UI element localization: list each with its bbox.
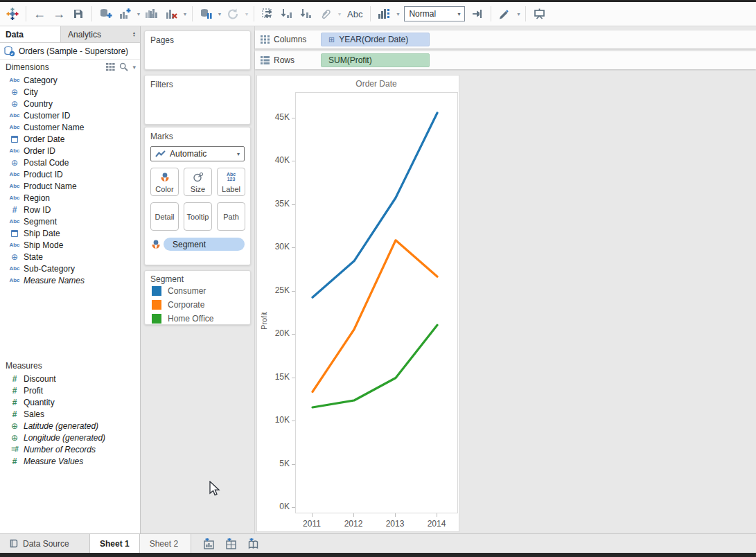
field-row[interactable]: =#Number of Records — [0, 443, 140, 455]
field-row[interactable]: AbcProduct Name — [0, 180, 140, 192]
view-data-grid-icon[interactable] — [106, 63, 115, 71]
color-button[interactable]: Color — [150, 168, 179, 196]
swap-rows-columns-icon[interactable] — [258, 4, 277, 24]
field-row[interactable]: ⊕Latitude (generated) — [0, 420, 140, 432]
segment-mark-pill[interactable]: Segment — [164, 238, 245, 251]
clear-sheet-icon[interactable] — [161, 4, 181, 24]
marks-label: Marks — [150, 132, 245, 141]
dropdown-caret[interactable]: ▼ — [336, 12, 343, 17]
field-row[interactable]: AbcCustomer Name — [0, 121, 140, 133]
dropdown-caret[interactable]: ▼ — [515, 12, 522, 17]
columns-shelf[interactable]: Columns ⊞ YEAR(Order Date) — [255, 30, 756, 48]
series-line-home-office[interactable] — [313, 325, 437, 407]
undo-icon[interactable]: ← — [30, 4, 49, 24]
field-row[interactable]: AbcCategory — [0, 74, 140, 86]
duplicate-sheet-icon[interactable] — [142, 4, 161, 24]
columns-label: Columns — [274, 35, 306, 44]
tab-sheet-2[interactable]: Sheet 2 — [140, 534, 191, 553]
tooltip-button[interactable]: Tooltip — [184, 202, 212, 231]
field-row[interactable]: #Measure Values — [0, 455, 140, 467]
field-row[interactable]: #Discount — [0, 373, 140, 384]
sort-ascending-icon[interactable] — [277, 4, 297, 24]
dropdown-caret[interactable]: ▼ — [243, 12, 250, 17]
group-members-icon[interactable] — [316, 4, 335, 24]
field-row[interactable]: AbcProduct ID — [0, 168, 140, 180]
legend-item[interactable]: Consumer — [150, 284, 245, 298]
field-row[interactable]: AbcRegion — [0, 192, 140, 204]
field-row[interactable]: ⊕City — [0, 86, 140, 98]
rows-label: Rows — [274, 55, 295, 65]
line-chart[interactable] — [296, 93, 457, 513]
tab-analytics[interactable]: Analytics ▲▼ — [61, 26, 140, 42]
tab-data-source[interactable]: Data Source — [0, 534, 90, 553]
size-button[interactable]: Size — [184, 168, 212, 196]
field-label: Product Name — [24, 182, 77, 191]
field-row[interactable]: AbcMeasure Names — [0, 274, 140, 286]
x-tick-label: 2014 — [421, 519, 452, 529]
save-icon[interactable] — [69, 4, 88, 24]
chevron-down-icon[interactable]: ▾ — [132, 64, 136, 71]
new-worksheet-icon[interactable] — [115, 4, 134, 24]
rows-pill[interactable]: SUM(Profit) — [321, 53, 430, 67]
expand-field-icon[interactable]: ⊞ — [328, 35, 335, 44]
dropdown-caret[interactable]: ▼ — [182, 12, 188, 17]
new-worksheet-button[interactable] — [203, 538, 215, 549]
label-button[interactable]: Abc123 Label — [217, 168, 245, 196]
pane-split-icon[interactable]: ▲▼ — [132, 30, 136, 42]
field-row[interactable]: #Profit — [0, 384, 140, 396]
field-row[interactable]: #Row ID — [0, 204, 140, 215]
field-row[interactable]: ⊕Country — [0, 98, 140, 109]
field-row[interactable]: AbcSub-Category — [0, 263, 140, 274]
field-row[interactable]: #Sales — [0, 408, 140, 420]
fit-mode-select[interactable]: Normal ▾ — [404, 6, 465, 21]
abc-icon: Abc — [6, 171, 24, 177]
columns-pill[interactable]: ⊞ YEAR(Order Date) — [321, 33, 430, 46]
series-line-corporate[interactable] — [313, 240, 437, 392]
pages-card[interactable]: Pages — [144, 30, 251, 70]
field-row[interactable]: AbcCustomer ID — [0, 109, 140, 121]
field-row[interactable]: AbcShip Mode — [0, 239, 140, 251]
plot-area[interactable] — [295, 92, 458, 513]
find-field-icon[interactable] — [119, 62, 128, 71]
dropdown-caret[interactable]: ▼ — [135, 12, 142, 17]
dropdown-caret[interactable]: ▼ — [216, 12, 223, 17]
dropdown-caret[interactable]: ▼ — [394, 12, 401, 17]
pin-axes-icon[interactable] — [468, 4, 487, 24]
field-row[interactable]: AbcSegment — [0, 215, 140, 227]
columns-icon — [261, 35, 270, 44]
detail-button[interactable]: Detail — [150, 202, 179, 231]
tab-data[interactable]: Data — [0, 26, 61, 42]
run-update-icon[interactable] — [223, 4, 243, 24]
highlight-icon[interactable] — [495, 4, 514, 24]
filters-card[interactable]: Filters — [144, 75, 251, 125]
presentation-mode-icon[interactable] — [529, 4, 549, 24]
mark-type-select[interactable]: Automatic ▾ — [150, 146, 245, 161]
tableau-logo-icon[interactable] — [3, 4, 22, 24]
pause-auto-updates-icon[interactable] — [196, 4, 216, 24]
field-row[interactable]: Ship Date — [0, 227, 140, 239]
redo-icon[interactable]: → — [49, 4, 69, 24]
field-row[interactable]: ⊕Longitude (generated) — [0, 432, 140, 443]
field-row[interactable]: ⊕State — [0, 251, 140, 263]
toolbar-separator — [525, 6, 526, 21]
field-row[interactable]: ⊕Postal Code — [0, 157, 140, 168]
tab-sheet-1[interactable]: Sheet 1 — [90, 534, 140, 553]
rows-shelf[interactable]: Rows SUM(Profit) — [255, 51, 756, 69]
new-story-button[interactable] — [247, 538, 259, 549]
show-me-icon[interactable] — [374, 4, 394, 24]
new-dashboard-button[interactable] — [225, 538, 237, 549]
field-row[interactable]: #Quantity — [0, 396, 140, 408]
field-label: Measure Values — [24, 457, 83, 466]
show-mark-labels-icon[interactable]: Abc — [343, 9, 367, 19]
field-row[interactable]: Order Date — [0, 133, 140, 145]
legend-item[interactable]: Corporate — [150, 298, 245, 312]
sort-descending-icon[interactable] — [297, 4, 316, 24]
field-row[interactable]: AbcOrder ID — [0, 145, 140, 157]
segment-mark-pill-label: Segment — [173, 240, 206, 249]
add-data-icon[interactable] — [96, 4, 115, 24]
datasource-item[interactable]: Orders (Sample - Superstore) — [0, 43, 140, 60]
toolbar-separator — [491, 6, 491, 21]
legend-item[interactable]: Home Office — [150, 312, 245, 326]
series-line-consumer[interactable] — [313, 113, 437, 297]
path-button[interactable]: Path — [217, 202, 245, 231]
